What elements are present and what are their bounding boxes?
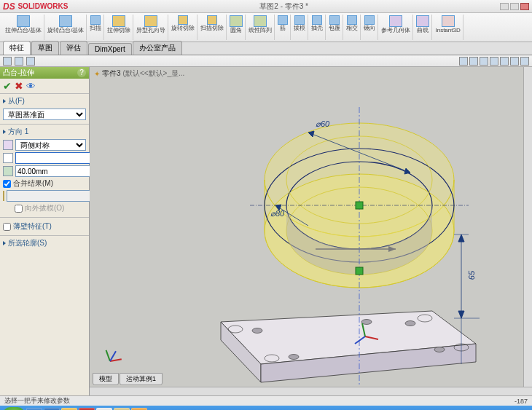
outward-checkbox[interactable] — [15, 205, 23, 213]
feature-header: 凸台-拉伸 ? — [0, 67, 89, 79]
feature-title: 凸台-拉伸 — [3, 68, 34, 78]
minimize-button[interactable] — [500, 3, 509, 10]
status-bar: 选择一把手来修改参数 -187 — [0, 395, 532, 406]
from-label: 从(F) — [3, 96, 86, 106]
section-contour: 所选轮廓(S) — [0, 236, 89, 253]
section-thin: 薄壁特征(T) — [0, 218, 89, 236]
vscrollbar[interactable] — [523, 67, 532, 395]
document-title: 草图2 - 零件3 * — [68, 1, 500, 12]
cmd-linear-pattern[interactable]: 线性阵列 — [246, 15, 275, 40]
command-tabs: 特征 草图 评估 DimXpert 办公室产品 — [0, 42, 532, 55]
direction-vector-icon[interactable] — [3, 153, 13, 163]
cmd-revolve-boss[interactable]: 旋转凸台/基体 — [45, 15, 87, 40]
cmd-shell[interactable]: 抽壳 — [309, 15, 326, 40]
reverse-dir-icon[interactable] — [3, 140, 13, 150]
status-message: 选择一把手来修改参数 — [4, 396, 70, 406]
thin-label: 薄壁特征(T) — [13, 221, 52, 232]
tree-icon[interactable] — [3, 57, 12, 66]
thin-checkbox[interactable] — [3, 223, 11, 231]
merge-checkbox[interactable] — [3, 180, 11, 188]
tab-features[interactable]: 特征 — [3, 41, 31, 55]
cmd-wrap[interactable]: 包覆 — [326, 15, 343, 40]
windows-taskbar: S e 📁 SW W — [0, 406, 532, 410]
contour-label: 所选轮廓(S) — [3, 238, 86, 248]
view-toolbar — [0, 55, 532, 67]
tab-dimxpert[interactable]: DimXpert — [88, 43, 132, 55]
motion-tabs: 模型 运动算例1 — [93, 373, 163, 385]
zoom-area-icon[interactable] — [469, 57, 478, 66]
status-coord: -187 — [515, 398, 528, 405]
tab-model[interactable]: 模型 — [93, 373, 119, 385]
svg-rect-18 — [356, 267, 363, 275]
svg-marker-34 — [458, 311, 464, 318]
history-icon[interactable] — [26, 57, 35, 66]
cmd-revolve-cut[interactable]: 旋转切除 — [169, 15, 197, 40]
from-plane-select[interactable]: 草图基准面 — [3, 109, 86, 120]
cmd-extrude-cut[interactable]: 拉伸切除 — [105, 15, 133, 40]
tab-evaluate[interactable]: 评估 — [60, 41, 87, 55]
dim-h65[interactable]: 65 — [467, 271, 476, 280]
svg-point-7 — [434, 347, 445, 352]
cmd-instant3d[interactable]: Instant3D — [433, 15, 463, 40]
tab-sketch[interactable]: 草图 — [31, 41, 59, 55]
cmd-ref-geometry[interactable]: 参考几何体 — [379, 15, 413, 40]
cancel-button[interactable]: ✖ — [15, 81, 25, 91]
cmd-sweep[interactable]: 扫描 — [87, 15, 104, 40]
cmd-intersect[interactable]: 相交 — [344, 15, 361, 40]
main-area: 凸台-拉伸 ? ✔ ✖ 👁 从(F) 草图基准面 方向 1 两侧对称 — [0, 67, 532, 395]
cmd-sweep-cut[interactable]: 扫描切除 — [198, 15, 227, 40]
svg-point-4 — [252, 328, 262, 334]
cmd-draft[interactable]: 拔模 — [292, 15, 308, 40]
section-from: 从(F) 草图基准面 — [0, 94, 89, 125]
tab-motion-study[interactable]: 运动算例1 — [120, 373, 163, 385]
view-orient-icon[interactable] — [480, 57, 488, 66]
depth-icon — [3, 166, 13, 176]
property-manager: 凸台-拉伸 ? ✔ ✖ 👁 从(F) 草图基准面 方向 1 两侧对称 — [0, 67, 90, 395]
end-condition-select[interactable]: 两侧对称 — [15, 139, 86, 151]
graphics-viewport[interactable]: ✦ 零件3 (默认<<默认>_显... — [90, 67, 532, 395]
section-direction1: 方向 1 两侧对称 ▴▾ 合并结果(M) — [0, 125, 89, 218]
dir1-label: 方向 1 — [3, 127, 86, 137]
hscrollbar[interactable] — [90, 387, 532, 395]
zoom-fit-icon[interactable] — [459, 57, 468, 66]
scene-icon[interactable] — [510, 57, 519, 66]
filter-icon[interactable] — [15, 57, 23, 66]
model-canvas[interactable] — [90, 67, 532, 395]
close-button[interactable] — [520, 3, 529, 10]
cmd-fillet[interactable]: 圆角 — [227, 15, 246, 40]
dim-d80[interactable]: ⌀80 — [270, 209, 284, 218]
display-style-icon[interactable] — [490, 57, 498, 66]
view-triad[interactable] — [103, 346, 125, 368]
cmd-extrude-boss[interactable]: 拉伸凸台/基体 — [3, 15, 44, 40]
section-view-icon[interactable] — [500, 57, 509, 66]
preview-button[interactable]: 👁 — [26, 81, 36, 91]
outward-label: 向外拔模(O) — [25, 203, 64, 213]
confirm-buttons: ✔ ✖ 👁 — [0, 79, 89, 94]
svg-point-6 — [405, 321, 415, 326]
cmd-mirror[interactable]: 镜向 — [361, 15, 378, 40]
maximize-button[interactable] — [510, 3, 519, 10]
svg-point-8 — [289, 355, 299, 360]
merge-label: 合并结果(M) — [13, 178, 53, 189]
dim-d60[interactable]: ⌀60 — [316, 119, 329, 129]
cmd-curves[interactable]: 曲线 — [414, 15, 432, 40]
hide-show-icon[interactable] — [520, 57, 529, 66]
title-bar: DS SOLIDWORKS 草图2 - 零件3 * — [0, 0, 532, 13]
cmd-rib[interactable]: 筋 — [275, 15, 291, 40]
svg-marker-33 — [458, 234, 464, 242]
ribbon-commands: 拉伸凸台/基体 旋转凸台/基体 扫描 拉伸切除 异型孔向导 旋转切除 扫描切除 … — [0, 13, 532, 42]
app-logo: DS SOLIDWORKS — [3, 1, 68, 12]
ok-button[interactable]: ✔ — [3, 81, 13, 91]
window-controls — [500, 3, 529, 10]
cmd-hole-wizard[interactable]: 异型孔向导 — [134, 15, 168, 40]
tab-office[interactable]: 办公室产品 — [133, 41, 182, 55]
base-plate — [221, 311, 476, 382]
svg-rect-17 — [356, 202, 363, 209]
start-button[interactable] — [3, 407, 25, 410]
help-icon[interactable]: ? — [77, 68, 86, 77]
draft-icon[interactable] — [3, 191, 4, 201]
